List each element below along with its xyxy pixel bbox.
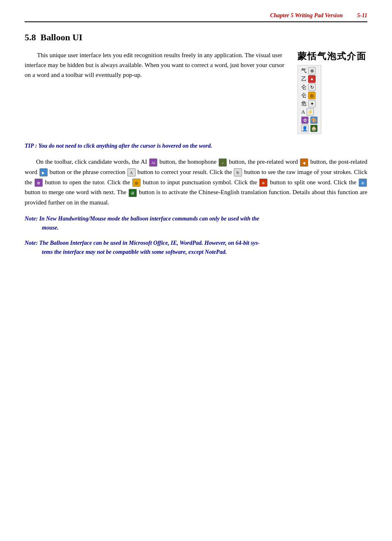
raw-image-icon: ↻: [234, 168, 242, 176]
post-related-icon: ▶: [39, 168, 48, 176]
body-text-6: button to correct your result. Click the: [138, 169, 234, 175]
page-header: Chapter 5 Writing Pad Version 5-11: [25, 12, 367, 22]
toolbar-row-7: ✿ 🎨: [301, 116, 318, 124]
phrase-correction-icon: A: [127, 168, 136, 176]
intro-text-block: This unique user interface lets you edit…: [25, 50, 289, 134]
ai-icon: AI: [149, 158, 157, 167]
toolbar-label-2: 乙: [301, 75, 307, 83]
toolbar-icon-8b: 🏠: [310, 125, 318, 132]
homophone-icon: ♪: [219, 158, 227, 167]
toolbar-row-8: 👤 🏠: [301, 125, 318, 132]
body-paragraph: On the toolbar, click candidate words, t…: [25, 157, 367, 208]
image-block: 蒙恬气泡式介面 气 ⊕ 乙 ● 仑 ↻ 仑 ◎: [297, 50, 367, 134]
body-text-10: button to split one word. Click the: [270, 179, 358, 186]
intro-paragraph: This unique user interface lets you edit…: [25, 50, 289, 80]
body-text-9: button to input punctuation symbol. Clic…: [143, 179, 259, 186]
body-text-1: On the toolbar, click candidate words, t…: [25, 158, 149, 165]
content-area: This unique user interface lets you edit…: [25, 50, 367, 134]
toolbar-row-4: 仑 ◎: [301, 92, 318, 99]
punctuation-icon: ◎: [132, 179, 141, 187]
body-text-2: button, the homophone: [159, 158, 218, 165]
body-text-5: button or the phrase correction: [49, 169, 127, 175]
toolbar-icon-1: ⊕: [308, 67, 316, 74]
body-text-3: button, the pre-related word: [229, 158, 300, 165]
split-icon: ⊕: [259, 179, 267, 187]
toolbar-row-5: 危 ✦: [301, 100, 318, 107]
section-title: 5.8 Balloon UI: [25, 32, 367, 43]
merge-icon: ⊕: [359, 179, 367, 187]
toolbar-label-5: 危: [301, 100, 307, 107]
toolbar-icon-6: ⚡: [307, 108, 314, 116]
note1-text: Note: In New Handwriting/Mouse mode the …: [25, 214, 367, 233]
note2-text: Note: The Balloon Interface can be used …: [25, 239, 367, 257]
toolbar-label-3: 仑: [301, 84, 307, 91]
section-heading: Balloon UI: [41, 32, 83, 42]
body-text-8: button to open the tutor. Click the: [45, 179, 132, 186]
body-text-11: button to merge one word with next. The: [25, 189, 128, 195]
toolbar-icon-8a: 👤: [301, 125, 309, 132]
page: Chapter 5 Writing Pad Version 5-11 5.8 B…: [0, 0, 392, 541]
toolbar-label-6: A: [301, 109, 305, 115]
toolbar-label-1: 气: [301, 67, 307, 74]
tutor-icon: ✿: [35, 179, 43, 187]
note2-continuation: tems the interface may not be compatible…: [25, 248, 367, 257]
page-number: 5-11: [351, 12, 367, 19]
tip-text: TIP : You do not need to click anything …: [25, 142, 367, 150]
toolbar-label-4: 仑: [301, 92, 307, 99]
toolbar-icon-7b: 🎨: [310, 116, 318, 124]
note1-continuation: mouse.: [25, 223, 367, 232]
toolbar-icon-7a: ✿: [301, 116, 309, 124]
toolbar-icon-3: ↻: [308, 84, 316, 91]
translate-icon: 译: [129, 189, 137, 197]
toolbar-row-6: A ⚡: [301, 108, 318, 116]
note1-content: Note: In New Handwriting/Mouse mode the …: [25, 216, 367, 233]
chinese-title: 蒙恬气泡式介面: [297, 50, 367, 63]
section-number: 5.8: [25, 32, 36, 42]
toolbar-row-1: 气 ⊕: [301, 67, 318, 74]
toolbar-icon-4: ◎: [308, 92, 316, 99]
toolbar-row-3: 仑 ↻: [301, 84, 318, 91]
toolbar-icon-2: ●: [308, 75, 316, 83]
toolbar-image: 气 ⊕ 乙 ● 仑 ↻ 仑 ◎ 危 ✦: [297, 65, 321, 134]
note2-content: Note: The Balloon Interface can be used …: [25, 240, 367, 257]
toolbar-icon-5: ✦: [308, 100, 316, 107]
chapter-label: Chapter 5 Writing Pad Version: [25, 12, 351, 19]
pre-related-icon: ◀: [300, 158, 308, 167]
toolbar-row-2: 乙 ●: [301, 75, 318, 83]
